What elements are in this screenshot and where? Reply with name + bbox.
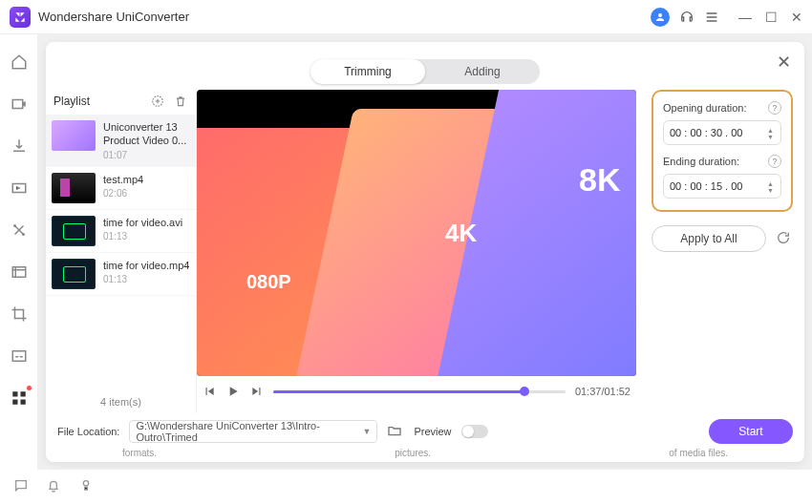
playlist-item-duration: 01:13 [103, 274, 189, 284]
rail-toolbox-icon[interactable] [9, 388, 30, 409]
preview-column: 080P 4K 8K 01:37/01:52 [197, 90, 644, 413]
help-icon[interactable]: ? [768, 155, 781, 168]
play-button[interactable] [225, 384, 241, 399]
stepper-up-icon[interactable]: ▲ [767, 180, 775, 186]
titlebar: Wondershare UniConverter — ☐ ✕ [0, 0, 812, 34]
playlist-count: 4 item(s) [46, 390, 196, 413]
svg-rect-7 [20, 391, 25, 396]
playlist-title: Playlist [53, 94, 90, 108]
settings-column: Opening duration: ? 00 : 00 : 30 . 00 ▲ … [644, 90, 804, 413]
stepper-down-icon[interactable]: ▼ [767, 187, 775, 193]
tab-adding[interactable]: Adding [425, 59, 540, 84]
ending-duration-label: Ending duration: [663, 156, 739, 167]
playlist-item-name: time for video.mp4 [103, 259, 189, 272]
stepper-down-icon[interactable]: ▼ [767, 134, 775, 139]
rail-crop-icon[interactable] [9, 304, 30, 325]
playlist-item-duration: 01:07 [103, 150, 190, 160]
playlist-item[interactable]: time for video.mp4 01:13 [46, 253, 196, 296]
svg-rect-6 [12, 391, 17, 396]
account-icon[interactable] [651, 8, 670, 27]
help-icon[interactable]: ? [768, 101, 781, 115]
playlist-delete-button[interactable] [173, 94, 188, 109]
ending-duration-input[interactable]: 00 : 00 : 15 . 00 ▲ ▼ [663, 174, 781, 199]
preview-label: Preview [414, 426, 451, 437]
svg-rect-9 [20, 400, 25, 405]
app-title: Wondershare UniConverter [38, 10, 189, 24]
main-panel: ✕ Trimming Adding Playlist [46, 42, 804, 462]
playlist-item[interactable]: test.mp4 02:06 [46, 167, 196, 210]
bottom-bar: File Location: G:\Wondershare UniConvert… [46, 413, 804, 448]
playlist-thumb [52, 173, 96, 203]
opening-duration-label: Opening duration: [663, 102, 746, 114]
progress-bar[interactable] [273, 390, 566, 393]
maximize-button[interactable]: ☐ [765, 10, 778, 24]
feedback-icon[interactable] [13, 478, 31, 495]
svg-rect-0 [12, 100, 23, 109]
svg-rect-5 [12, 351, 26, 362]
playlist-item-duration: 02:06 [103, 188, 143, 199]
svg-rect-4 [12, 267, 26, 278]
playlist-item-name: time for video.avi [103, 216, 182, 229]
preview-toggle[interactable] [461, 425, 488, 438]
start-button[interactable]: Start [709, 419, 793, 444]
tips-icon[interactable] [78, 478, 96, 495]
prev-frame-button[interactable] [203, 385, 216, 398]
chevron-down-icon: ▼ [363, 427, 372, 436]
hints-row: formats. pictures. of media files. [46, 448, 804, 462]
rail-merge-icon[interactable] [9, 262, 30, 283]
playlist-thumb [52, 216, 96, 246]
next-frame-button[interactable] [250, 385, 264, 398]
video-overlay-text: 8K [579, 161, 620, 199]
timecode: 01:37/01:52 [575, 386, 630, 397]
rail-subtitle-icon[interactable] [9, 346, 30, 367]
playlist-item-duration: 01:13 [103, 231, 182, 242]
rail-download-icon[interactable] [9, 136, 30, 157]
left-rail [0, 34, 38, 470]
playlist-item-name: Uniconverter 13 Product Video 0... [103, 120, 190, 148]
video-overlay-text: 080P [246, 271, 291, 293]
rail-home-icon[interactable] [9, 52, 30, 73]
minimize-button[interactable]: — [738, 10, 752, 24]
mode-segment: Trimming Adding [310, 59, 540, 84]
duration-box: Opening duration: ? 00 : 00 : 30 . 00 ▲ … [652, 90, 793, 212]
panel-close-button[interactable]: ✕ [777, 52, 791, 73]
menu-icon[interactable] [704, 10, 719, 25]
footer [0, 470, 812, 504]
stepper-up-icon[interactable]: ▲ [767, 127, 775, 133]
svg-point-2 [13, 224, 16, 227]
playlist-item[interactable]: Uniconverter 13 Product Video 0... 01:07 [46, 115, 196, 167]
rail-compress-icon[interactable] [9, 178, 30, 199]
playlist-add-button[interactable] [150, 94, 165, 109]
open-folder-button[interactable] [387, 423, 404, 440]
rail-edit-icon[interactable] [9, 220, 30, 241]
playlist-panel: Playlist Uniconverter 13 Product Video 0… [46, 90, 197, 413]
playlist-thumb [52, 120, 96, 151]
file-location-label: File Location: [57, 426, 119, 437]
file-location-select[interactable]: G:\Wondershare UniConverter 13\Intro-Out… [129, 420, 377, 443]
svg-point-3 [22, 233, 25, 236]
tab-trimming[interactable]: Trimming [310, 59, 425, 84]
svg-point-11 [83, 481, 88, 486]
video-preview[interactable]: 080P 4K 8K [197, 90, 636, 376]
playlist-thumb [52, 259, 96, 289]
playlist-item-name: test.mp4 [103, 173, 143, 186]
rail-video-icon[interactable] [9, 94, 30, 115]
app-logo [10, 7, 31, 28]
opening-duration-input[interactable]: 00 : 00 : 30 . 00 ▲ ▼ [663, 120, 781, 145]
apply-all-button[interactable]: Apply to All [652, 225, 766, 252]
notification-icon[interactable] [46, 478, 63, 495]
svg-rect-8 [12, 400, 17, 405]
support-icon[interactable] [679, 10, 694, 25]
close-window-button[interactable]: ✕ [791, 10, 802, 24]
reset-button[interactable] [776, 230, 793, 247]
video-overlay-text: 4K [445, 219, 477, 248]
playlist-item[interactable]: time for video.avi 01:13 [46, 210, 196, 253]
